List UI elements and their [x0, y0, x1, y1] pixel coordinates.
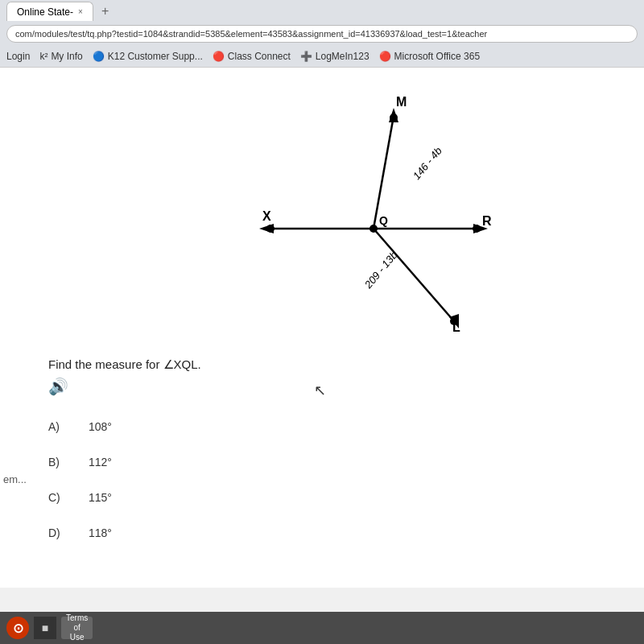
answer-row-c[interactable]: C) 115° — [48, 491, 612, 504]
bookmark-login[interactable]: Login — [6, 51, 30, 62]
question-area: Find the measure for ∠XQL. 🔊 A) 108° B) … — [48, 357, 612, 539]
bookmark-myinfo[interactable]: k² My Info — [39, 51, 82, 62]
classconnect-icon: 🔴 — [213, 51, 225, 62]
question-label: Find the measure for ∠XQL. — [48, 357, 201, 371]
address-bar — [0, 23, 644, 45]
bookmark-classconnect-label: Class Connect — [228, 51, 291, 62]
speaker-button[interactable]: 🔊 — [48, 377, 612, 396]
answer-value-a: 108° — [89, 420, 112, 433]
k12-icon: k² — [39, 51, 47, 62]
label-R: R — [482, 214, 492, 228]
new-tab-button[interactable]: + — [97, 4, 114, 19]
bookmark-k12support-label: K12 Customer Supp... — [108, 51, 203, 62]
taskbar-square-icon[interactable]: ■ — [34, 617, 56, 639]
question-text: Find the measure for ∠XQL. — [48, 357, 612, 372]
answer-row-a[interactable]: A) 108° — [48, 420, 612, 433]
answer-value-b: 112° — [89, 456, 112, 469]
address-input[interactable] — [6, 25, 638, 43]
angle-label-2: 209 - 13b — [361, 249, 399, 291]
taskbar: ⊙ ■ TermsofUse — [0, 612, 644, 644]
svg-point-12 — [369, 225, 378, 233]
svg-line-0 — [374, 116, 394, 229]
svg-point-8 — [473, 225, 481, 233]
label-Q: Q — [379, 214, 388, 227]
bookmarks-bar: Login k² My Info 🔵 K12 Customer Supp... … — [0, 45, 644, 68]
label-M: M — [396, 95, 407, 109]
angle-label-1: 146 - 4b — [411, 145, 444, 182]
answer-label-b: B) — [48, 456, 64, 469]
tab-bar: Online State- × + — [0, 0, 644, 23]
svg-point-11 — [450, 317, 458, 325]
svg-point-5 — [266, 225, 275, 233]
geometry-diagram: M X R L — [245, 84, 502, 341]
taskbar-circle-icon[interactable]: ⊙ — [6, 617, 29, 639]
bookmark-classconnect[interactable]: 🔴 Class Connect — [213, 51, 291, 62]
sidebar-hint: em... — [0, 470, 30, 489]
answer-label-d: D) — [48, 526, 64, 539]
answer-label-c: C) — [48, 491, 64, 504]
answer-value-c: 115° — [89, 491, 112, 504]
label-X: X — [262, 209, 271, 223]
bookmark-logmein[interactable]: ➕ LogMeIn123 — [300, 51, 369, 62]
tab-label: Online State- — [17, 6, 73, 18]
svg-line-9 — [374, 229, 454, 321]
answer-value-d: 118° — [89, 526, 112, 539]
logmein-icon: ➕ — [300, 51, 312, 62]
bookmark-office365-label: Microsoft Office 365 — [394, 51, 481, 62]
answer-options: A) 108° B) 112° C) 115° D) 118° — [48, 420, 612, 539]
bookmark-office365[interactable]: 🔴 Microsoft Office 365 — [379, 51, 481, 62]
page-content: M X R L — [0, 68, 644, 588]
bookmark-myinfo-label: My Info — [51, 51, 82, 62]
diagram-svg: M X R L — [245, 84, 502, 341]
k12support-icon: 🔵 — [93, 51, 105, 62]
svg-point-2 — [390, 114, 398, 122]
answer-row-b[interactable]: B) 112° — [48, 456, 612, 469]
answer-label-a: A) — [48, 420, 64, 433]
bookmark-login-label: Login — [6, 51, 30, 62]
tab-close-button[interactable]: × — [78, 7, 83, 16]
answer-row-d[interactable]: D) 118° — [48, 526, 612, 539]
office365-icon: 🔴 — [379, 51, 391, 62]
active-tab[interactable]: Online State- × — [6, 2, 93, 21]
bookmark-k12support[interactable]: 🔵 K12 Customer Supp... — [93, 51, 203, 62]
bookmark-logmein-label: LogMeIn123 — [316, 51, 369, 62]
terms-of-use-button[interactable]: TermsofUse — [61, 617, 93, 639]
